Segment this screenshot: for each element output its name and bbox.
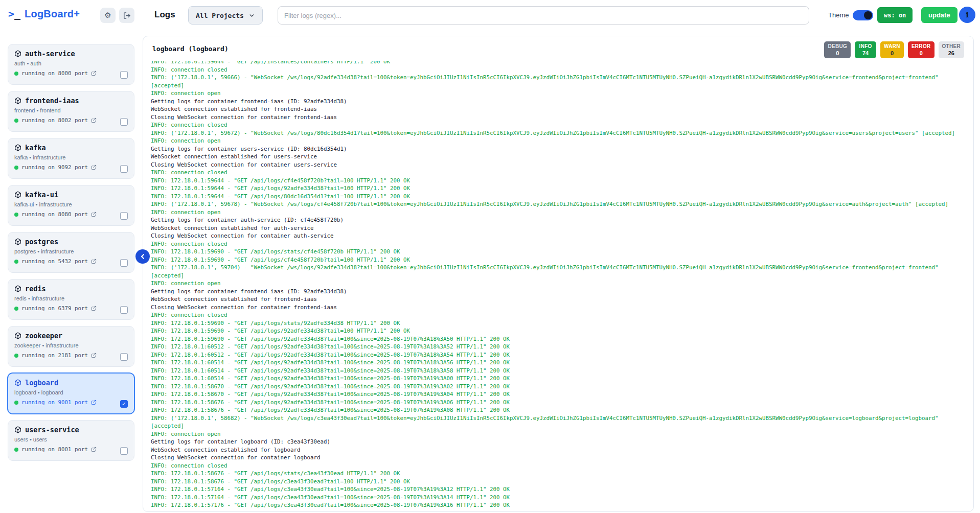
log-line: INFO: 172.18.0.1:60512 - "GET /api/logs/… bbox=[151, 351, 966, 359]
log-line: INFO: 172.18.0.1:59644 - "GET /api/logs/… bbox=[151, 184, 966, 193]
running-dot bbox=[14, 166, 18, 170]
level-badge: WARN 0 bbox=[880, 41, 904, 58]
log-line: Closing WebSocket connection for contain… bbox=[151, 232, 966, 240]
service-checkbox[interactable] bbox=[120, 212, 128, 220]
level-badge-label: ERROR bbox=[911, 43, 931, 50]
log-line: INFO: 172.18.0.1:58670 - "GET /api/logs/… bbox=[151, 383, 966, 391]
update-button[interactable]: update bbox=[921, 7, 958, 23]
service-status-text: running on 6379 port bbox=[21, 305, 88, 312]
log-line: INFO: 172.18.0.1:60514 - "GET /api/logs/… bbox=[151, 367, 966, 375]
service-status: running on 8002 port bbox=[14, 117, 128, 124]
service-card[interactable]: users-service users • users running on 8… bbox=[8, 420, 134, 461]
settings-button[interactable]: ⚙ bbox=[100, 8, 116, 23]
service-status: running on 8000 port bbox=[14, 70, 128, 77]
theme-toggle-knob bbox=[864, 11, 872, 19]
service-card[interactable]: redis redis • infrastructure running on … bbox=[8, 279, 134, 320]
level-badge: ERROR 0 bbox=[908, 41, 935, 58]
service-card[interactable]: auth-service auth • auth running on 8000… bbox=[8, 44, 134, 85]
service-status-text: running on 9001 port bbox=[21, 399, 88, 406]
running-dot bbox=[14, 307, 18, 311]
log-panel-header: logboard (logboard) DEBUG 0 INFO 74 WARN… bbox=[143, 36, 973, 61]
log-line: INFO: 172.18.0.1:58676 - "GET /api/logs/… bbox=[151, 406, 966, 414]
theme-toggle[interactable] bbox=[853, 10, 873, 20]
service-card[interactable]: postgres postgres • infrastructure runni… bbox=[8, 232, 134, 273]
log-line: Closing WebSocket connection for contain… bbox=[151, 113, 966, 122]
external-link-icon[interactable] bbox=[91, 353, 97, 358]
service-subtitle: frontend • frontend bbox=[14, 107, 128, 113]
project-filter-dropdown[interactable]: All Projects bbox=[188, 6, 263, 25]
package-icon bbox=[14, 50, 21, 57]
service-name: kafka-ui bbox=[25, 191, 58, 199]
external-link-icon[interactable] bbox=[91, 447, 97, 452]
log-line: INFO: connection closed bbox=[151, 169, 966, 177]
external-link-icon[interactable] bbox=[91, 165, 97, 170]
project-filter-label: All Projects bbox=[196, 12, 244, 19]
service-status: running on 9092 port bbox=[14, 164, 128, 171]
log-line: INFO: 172.18.0.1:59644 - "GET /api/logs/… bbox=[151, 177, 966, 185]
log-panel: logboard (logboard) DEBUG 0 INFO 74 WARN… bbox=[143, 36, 974, 512]
external-link-icon[interactable] bbox=[91, 118, 97, 123]
log-panel-title: logboard (logboard) bbox=[152, 45, 229, 53]
package-icon bbox=[14, 144, 21, 151]
service-checkbox[interactable]: ✓ bbox=[120, 400, 128, 408]
service-card[interactable]: frontend-iaas frontend • frontend runnin… bbox=[8, 91, 134, 132]
log-line: INFO: 172.18.0.1:59690 - "GET /api/logs/… bbox=[151, 335, 966, 343]
log-output[interactable]: INFO: 172.18.0.1:59644 - "GET /api/insta… bbox=[143, 61, 973, 511]
log-line: WebSocket connection established for aut… bbox=[151, 224, 966, 232]
external-link-icon[interactable] bbox=[91, 259, 97, 264]
terminal-prompt-icon: >_ bbox=[8, 8, 20, 20]
log-line: INFO: connection closed bbox=[151, 66, 966, 74]
service-subtitle: redis • infrastructure bbox=[14, 295, 128, 301]
package-icon bbox=[14, 426, 21, 433]
level-badge-label: INFO bbox=[858, 43, 873, 50]
service-checkbox[interactable] bbox=[120, 118, 128, 126]
external-link-icon[interactable] bbox=[91, 212, 97, 217]
package-icon bbox=[14, 285, 21, 292]
sidebar-collapse-button[interactable] bbox=[135, 249, 150, 264]
service-name: auth-service bbox=[25, 50, 75, 58]
external-link-icon[interactable] bbox=[91, 71, 97, 76]
log-line: Getting logs for container users-service… bbox=[151, 145, 966, 153]
log-line: INFO: 172.18.0.1:59690 - "GET /api/logs/… bbox=[151, 256, 966, 264]
page-title: Logs bbox=[154, 10, 175, 20]
log-line: INFO: ('172.18.0.1', 59666) - "WebSocket… bbox=[151, 74, 966, 89]
external-link-icon[interactable] bbox=[91, 306, 97, 311]
log-line: Getting logs for container auth-service … bbox=[151, 216, 966, 224]
log-line: INFO: 172.18.0.1:58676 - "GET /api/logs/… bbox=[151, 399, 966, 407]
log-line: INFO: connection closed bbox=[151, 240, 966, 248]
log-line: INFO: 172.18.0.1:59690 - "GET /api/logs/… bbox=[151, 327, 966, 335]
service-card[interactable]: kafka-ui kafka-ui • infrastructure runni… bbox=[8, 185, 134, 226]
service-card[interactable]: logboard logboard • logboard running on … bbox=[8, 373, 134, 414]
logout-button[interactable] bbox=[119, 8, 134, 23]
level-badge-count: 74 bbox=[858, 50, 873, 57]
service-subtitle: zookeeper • infrastructure bbox=[14, 342, 128, 348]
log-filter-input[interactable] bbox=[278, 6, 809, 25]
service-status: running on 2181 port bbox=[14, 352, 128, 359]
service-subtitle: postgres • infrastructure bbox=[14, 248, 128, 254]
ws-toggle-button[interactable]: ws: on bbox=[877, 7, 913, 23]
service-name: kafka bbox=[25, 144, 46, 152]
service-checkbox[interactable] bbox=[120, 353, 128, 361]
service-checkbox[interactable] bbox=[120, 165, 128, 173]
service-list: auth-service auth • auth running on 8000… bbox=[8, 44, 134, 461]
service-checkbox[interactable] bbox=[120, 71, 128, 79]
service-checkbox[interactable] bbox=[120, 259, 128, 267]
service-status-text: running on 8000 port bbox=[21, 70, 88, 77]
running-dot bbox=[14, 260, 18, 264]
service-checkbox[interactable] bbox=[120, 306, 128, 314]
log-line: INFO: connection open bbox=[151, 208, 966, 217]
external-link-icon[interactable] bbox=[91, 400, 97, 405]
level-badge-label: OTHER bbox=[942, 43, 961, 50]
package-icon bbox=[14, 332, 21, 339]
service-subtitle: auth • auth bbox=[14, 60, 128, 66]
running-dot bbox=[14, 213, 18, 217]
info-button[interactable]: i bbox=[959, 7, 975, 23]
service-card[interactable]: kafka kafka • infrastructure running on … bbox=[8, 138, 134, 179]
service-name: zookeeper bbox=[25, 332, 62, 340]
service-card[interactable]: zookeeper zookeeper • infrastructure run… bbox=[8, 326, 134, 367]
service-name: postgres bbox=[25, 238, 58, 246]
service-subtitle: kafka • infrastructure bbox=[14, 154, 128, 160]
log-line: INFO: connection closed bbox=[151, 462, 966, 470]
service-status: running on 8001 port bbox=[14, 446, 128, 453]
service-checkbox[interactable] bbox=[120, 447, 128, 455]
